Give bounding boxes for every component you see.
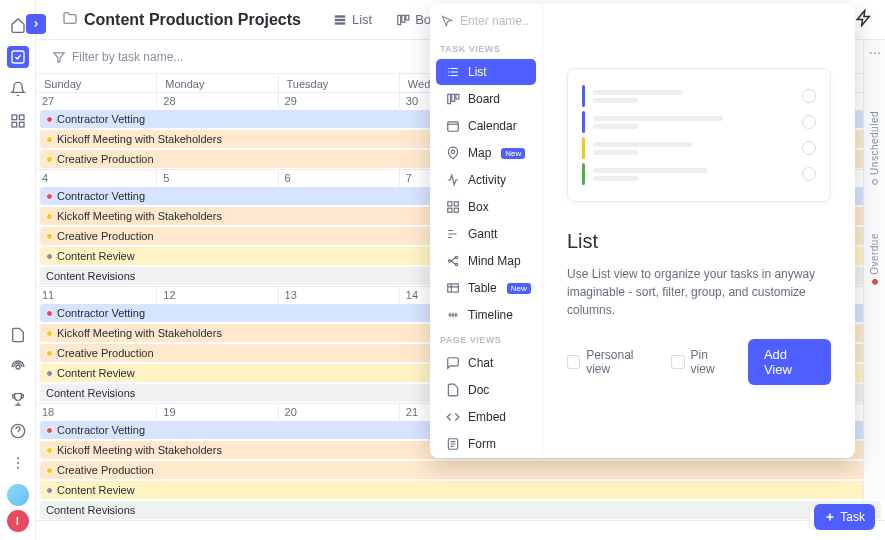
sidebar-toggle[interactable]	[26, 14, 46, 34]
day-header: Sunday	[36, 74, 157, 92]
status-dot	[46, 370, 53, 377]
svg-rect-31	[454, 202, 458, 206]
view-option-chat[interactable]: Chat	[436, 350, 536, 376]
status-dot	[46, 350, 53, 357]
left-sidebar: I	[0, 0, 36, 540]
date-cell[interactable]: 6	[279, 170, 400, 186]
date-cell[interactable]: 20	[279, 404, 400, 420]
bolt-icon[interactable]	[855, 9, 873, 30]
bell-icon[interactable]	[7, 78, 29, 100]
day-header: Tuesday	[279, 74, 400, 92]
svg-rect-30	[448, 202, 452, 206]
view-option-embed[interactable]: Embed	[436, 404, 536, 430]
svg-rect-10	[335, 15, 344, 16]
status-dot	[46, 116, 53, 123]
doc-icon[interactable]	[7, 324, 29, 346]
svg-point-19	[874, 52, 876, 54]
svg-rect-14	[402, 15, 405, 22]
svg-rect-11	[335, 19, 344, 20]
view-option-timeline[interactable]: Timeline	[436, 302, 536, 328]
status-dot	[46, 427, 53, 434]
svg-rect-28	[448, 122, 459, 131]
date-cell[interactable]: 18	[36, 404, 157, 420]
svg-point-29	[451, 150, 455, 154]
view-preview	[567, 68, 831, 202]
svg-point-36	[455, 263, 457, 265]
svg-point-7	[17, 457, 19, 459]
date-cell[interactable]: 28	[157, 93, 278, 109]
svg-point-20	[878, 52, 880, 54]
status-dot	[46, 156, 53, 163]
view-option-calendar[interactable]: Calendar	[436, 113, 536, 139]
date-cell[interactable]: 12	[157, 287, 278, 303]
rail-overdue[interactable]: Overdue	[869, 233, 880, 285]
calendar-task[interactable]: Content Revisions	[40, 501, 881, 519]
filter-placeholder[interactable]: Filter by task name...	[72, 50, 183, 64]
svg-rect-2	[19, 115, 24, 120]
calendar-task[interactable]: Content Review	[40, 481, 881, 499]
avatar[interactable]: I	[7, 510, 29, 532]
pin-view-checkbox[interactable]: Pin view	[671, 348, 731, 376]
day-header: Monday	[157, 74, 278, 92]
view-search-input[interactable]	[460, 14, 530, 28]
date-cell[interactable]: 19	[157, 404, 278, 420]
view-option-mind-map[interactable]: Mind Map	[436, 248, 536, 274]
view-option-map[interactable]: MapNew	[436, 140, 536, 166]
view-option-form[interactable]: Form	[436, 431, 536, 457]
rail-unscheduled[interactable]: Unscheduled	[869, 111, 880, 185]
date-cell[interactable]: 13	[279, 287, 400, 303]
svg-rect-32	[448, 208, 452, 212]
status-dot	[46, 213, 53, 220]
page-title: Content Production Projects	[84, 11, 301, 29]
personal-view-checkbox[interactable]: Personal view	[567, 348, 655, 376]
section-label: PAGE VIEWS	[430, 329, 542, 349]
view-option-gantt[interactable]: Gantt	[436, 221, 536, 247]
filter-icon	[52, 50, 66, 64]
svg-rect-25	[448, 94, 451, 103]
status-dot	[46, 136, 53, 143]
tab-list[interactable]: List	[323, 0, 382, 40]
view-option-list[interactable]: List	[436, 59, 536, 85]
new-task-button[interactable]: Task	[814, 504, 875, 530]
date-cell[interactable]: 4	[36, 170, 157, 186]
view-option-box[interactable]: Box	[436, 194, 536, 220]
apps-icon[interactable]	[7, 110, 29, 132]
status-dot	[46, 487, 53, 494]
cursor-icon	[440, 14, 454, 28]
svg-point-34	[448, 260, 450, 262]
svg-rect-1	[12, 115, 17, 120]
status-dot	[46, 233, 53, 240]
svg-rect-3	[12, 122, 17, 127]
svg-point-9	[17, 467, 19, 469]
avatar-stack[interactable]: I	[7, 484, 29, 532]
view-detail-title: List	[567, 230, 831, 253]
status-dot	[46, 253, 53, 260]
status-dot	[46, 330, 53, 337]
help-icon[interactable]	[7, 420, 29, 442]
more-icon[interactable]	[868, 46, 882, 63]
status-dot	[46, 193, 53, 200]
date-cell[interactable]: 29	[279, 93, 400, 109]
svg-point-8	[17, 462, 19, 464]
check-icon[interactable]	[7, 46, 29, 68]
calendar-task[interactable]: Creative Production	[40, 461, 881, 479]
add-view-button[interactable]: Add View	[748, 339, 831, 385]
view-option-table[interactable]: TableNew	[436, 275, 536, 301]
view-option-doc[interactable]: Doc	[436, 377, 536, 403]
status-dot	[46, 310, 53, 317]
more-icon[interactable]	[7, 452, 29, 474]
avatar[interactable]	[7, 484, 29, 506]
date-cell[interactable]: 11	[36, 287, 157, 303]
view-option-activity[interactable]: Activity	[436, 167, 536, 193]
trophy-icon[interactable]	[7, 388, 29, 410]
add-view-panel: TASK VIEWS ListBoardCalendarMapNewActivi…	[430, 4, 855, 458]
date-cell[interactable]: 5	[157, 170, 278, 186]
view-detail-desc: Use List view to organize your tasks in …	[567, 265, 831, 319]
view-option-board[interactable]: Board	[436, 86, 536, 112]
svg-point-5	[16, 365, 20, 369]
svg-rect-12	[335, 22, 344, 23]
svg-rect-15	[406, 15, 409, 20]
record-icon[interactable]	[7, 356, 29, 378]
right-rail: Unscheduled Overdue	[863, 40, 885, 500]
date-cell[interactable]: 27	[36, 93, 157, 109]
